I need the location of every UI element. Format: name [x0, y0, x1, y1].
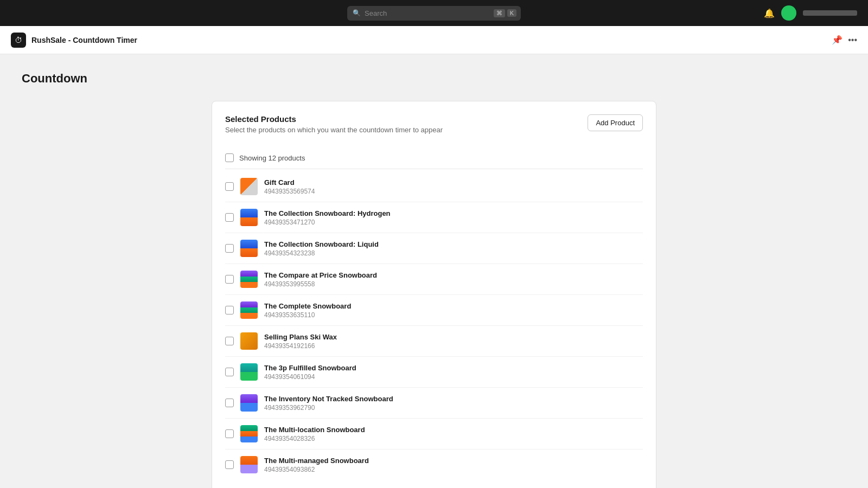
product-row: The 3p Fulfilled Snowboard 4943935406109…: [225, 357, 643, 388]
product-thumbnail-5: [240, 332, 258, 350]
product-checkbox-8[interactable]: [225, 429, 234, 438]
product-name-6: The 3p Fulfilled Snowboard: [264, 364, 643, 372]
product-checkbox-2[interactable]: [225, 244, 234, 253]
product-id-1: 49439353471270: [264, 219, 643, 226]
product-info-8: The Multi-location Snowboard 49439354028…: [264, 426, 643, 442]
product-name-3: The Compare at Price Snowboard: [264, 271, 643, 279]
page-title: Countdown: [22, 72, 846, 86]
pin-icon[interactable]: 📌: [832, 35, 843, 45]
product-checkbox-3[interactable]: [225, 275, 234, 284]
product-info-7: The Inventory Not Tracked Snowboard 4943…: [264, 395, 643, 412]
product-checkbox-5[interactable]: [225, 337, 234, 345]
product-row: The Inventory Not Tracked Snowboard 4943…: [225, 388, 643, 419]
search-wrapper: 🔍 ⌘ K: [347, 6, 521, 21]
product-name-7: The Inventory Not Tracked Snowboard: [264, 395, 643, 403]
product-thumbnail-7: [240, 394, 258, 412]
app-title: RushSale - Countdown Timer: [31, 36, 137, 44]
header-actions: 📌 •••: [832, 35, 857, 45]
product-checkbox-1[interactable]: [225, 213, 234, 222]
app-title-wrap: ⏱ RushSale - Countdown Timer: [11, 33, 137, 48]
kbd-k: K: [507, 9, 516, 17]
product-name-5: Selling Plans Ski Wax: [264, 333, 643, 341]
showing-count: Showing 12 products: [239, 154, 305, 162]
product-thumbnail-4: [240, 301, 258, 319]
card-header-text: Selected Products Select the products on…: [225, 114, 443, 145]
product-thumbnail-0: [240, 178, 258, 195]
product-thumbnail-6: [240, 363, 258, 381]
section-subtitle: Select the products on which you want th…: [225, 126, 443, 134]
product-row: The Collection Snowboard: Hydrogen 49439…: [225, 202, 643, 233]
product-thumbnail-1: [240, 209, 258, 226]
page-content: Countdown Selected Products Select the p…: [0, 54, 868, 488]
product-name-4: The Complete Snowboard: [264, 302, 643, 310]
product-info-2: The Collection Snowboard: Liquid 4943935…: [264, 240, 643, 257]
product-id-2: 49439354323238: [264, 249, 643, 257]
product-name-2: The Collection Snowboard: Liquid: [264, 240, 643, 248]
search-shortcuts: ⌘ K: [494, 9, 516, 17]
product-info-4: The Complete Snowboard 49439353635110: [264, 302, 643, 319]
product-row: The Collection Snowboard: Liquid 4943935…: [225, 233, 643, 264]
product-checkbox-0[interactable]: [225, 182, 234, 191]
product-name-9: The Multi-managed Snowboard: [264, 457, 643, 465]
product-row: Selling Plans Ski Wax 49439354192166: [225, 326, 643, 357]
product-id-7: 49439353962790: [264, 404, 643, 412]
product-id-6: 49439354061094: [264, 373, 643, 381]
add-product-button[interactable]: Add Product: [588, 114, 643, 131]
kbd-cmd: ⌘: [494, 9, 505, 17]
avatar[interactable]: [781, 5, 796, 21]
select-all-row: Showing 12 products: [225, 149, 643, 169]
product-info-0: Gift Card 49439353569574: [264, 178, 643, 195]
product-checkbox-6[interactable]: [225, 368, 234, 376]
notification-icon[interactable]: 🔔: [764, 8, 775, 18]
product-thumbnail-8: [240, 425, 258, 442]
app-icon: ⏱: [11, 33, 26, 48]
section-title: Selected Products: [225, 114, 443, 124]
product-thumbnail-3: [240, 271, 258, 288]
user-name: [803, 10, 857, 16]
product-info-5: Selling Plans Ski Wax 49439354192166: [264, 333, 643, 350]
top-right: 🔔: [764, 5, 857, 21]
product-info-9: The Multi-managed Snowboard 494393540938…: [264, 457, 643, 473]
product-info-1: The Collection Snowboard: Hydrogen 49439…: [264, 209, 643, 226]
top-bar: 🔍 ⌘ K 🔔: [0, 0, 868, 26]
product-row: The Complete Snowboard 49439353635110: [225, 295, 643, 326]
product-info-3: The Compare at Price Snowboard 494393539…: [264, 271, 643, 288]
product-thumbnail-2: [240, 240, 258, 257]
card-header: Selected Products Select the products on…: [225, 114, 643, 145]
product-name-0: Gift Card: [264, 178, 643, 187]
product-name-1: The Collection Snowboard: Hydrogen: [264, 209, 643, 217]
selected-products-card: Selected Products Select the products on…: [212, 101, 656, 488]
select-all-checkbox[interactable]: [225, 153, 234, 162]
product-id-8: 49439354028326: [264, 435, 643, 442]
product-id-9: 49439354093862: [264, 466, 643, 473]
more-icon[interactable]: •••: [848, 35, 857, 45]
product-row: Gift Card 49439353569574: [225, 171, 643, 202]
product-list: Gift Card 49439353569574 The Collection …: [225, 171, 643, 480]
product-id-4: 49439353635110: [264, 311, 643, 319]
product-checkbox-7[interactable]: [225, 399, 234, 407]
product-checkbox-9[interactable]: [225, 460, 234, 469]
product-name-8: The Multi-location Snowboard: [264, 426, 643, 434]
product-id-0: 49439353569574: [264, 188, 643, 195]
product-row: The Multi-managed Snowboard 494393540938…: [225, 450, 643, 480]
product-id-3: 49439353995558: [264, 280, 643, 288]
app-header: ⏱ RushSale - Countdown Timer 📌 •••: [0, 26, 868, 54]
product-row: The Compare at Price Snowboard 494393539…: [225, 264, 643, 295]
product-info-6: The 3p Fulfilled Snowboard 4943935406109…: [264, 364, 643, 381]
product-row: The Multi-location Snowboard 49439354028…: [225, 419, 643, 450]
product-thumbnail-9: [240, 456, 258, 473]
search-container: 🔍 ⌘ K: [347, 6, 521, 21]
product-id-5: 49439354192166: [264, 342, 643, 350]
product-checkbox-4[interactable]: [225, 306, 234, 314]
